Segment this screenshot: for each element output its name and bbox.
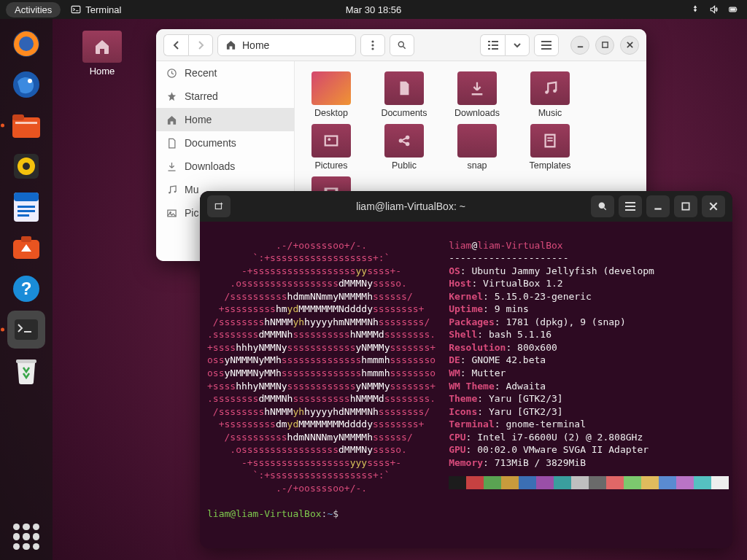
- folder-templates[interactable]: Templates: [521, 124, 579, 171]
- svg-point-7: [28, 79, 32, 83]
- svg-rect-58: [215, 204, 221, 209]
- activities-button[interactable]: Activities: [6, 2, 61, 18]
- battery-icon[interactable]: [728, 4, 738, 15]
- terminal-search-button[interactable]: [591, 195, 614, 217]
- svg-point-27: [371, 47, 374, 50]
- svg-rect-15: [14, 192, 39, 201]
- folder-public[interactable]: Public: [375, 124, 433, 171]
- topbar-clock[interactable]: Mar 30 18:56: [346, 4, 402, 15]
- topbar: Activities Terminal Mar 30 18:56: [0, 0, 747, 19]
- svg-point-41: [169, 192, 171, 194]
- svg-rect-9: [12, 114, 24, 120]
- folder-music[interactable]: Music: [521, 71, 579, 118]
- terminal-icon: [71, 4, 81, 15]
- dock-trash[interactable]: [7, 351, 45, 389]
- svg-rect-24: [16, 359, 36, 363]
- svg-rect-31: [488, 48, 490, 50]
- minimize-button[interactable]: [570, 36, 589, 55]
- svg-point-59: [599, 203, 604, 208]
- folder-pictures[interactable]: Pictures: [302, 124, 360, 171]
- svg-rect-16: [18, 206, 35, 208]
- search-button[interactable]: [390, 34, 414, 56]
- svg-rect-62: [625, 209, 635, 211]
- svg-rect-3: [736, 9, 737, 10]
- svg-text:?: ?: [21, 279, 32, 298]
- terminal-headerbar: liam@liam-VirtualBox: ~: [200, 191, 732, 222]
- svg-point-45: [545, 90, 549, 94]
- volume-icon[interactable]: [709, 4, 719, 15]
- dock-help[interactable]: ?: [7, 270, 45, 308]
- terminal-body[interactable]: .-/+oossssoo+/-. `:+ssssssssssssssssss+:…: [200, 222, 732, 548]
- sidebar-recent[interactable]: Recent: [156, 61, 294, 85]
- svg-rect-54: [547, 140, 552, 141]
- nav-forward-button[interactable]: [188, 34, 213, 56]
- svg-rect-20: [21, 236, 31, 242]
- svg-point-28: [398, 42, 403, 47]
- new-tab-button[interactable]: [207, 195, 231, 217]
- svg-point-42: [174, 190, 177, 192]
- svg-rect-64: [682, 203, 689, 209]
- svg-rect-36: [541, 44, 551, 46]
- terminal-prompt: liam@liam-VirtualBox:~$: [207, 508, 725, 521]
- svg-rect-60: [625, 202, 635, 203]
- neofetch-info: liam@liam-VirtualBox -------------------…: [449, 239, 729, 495]
- svg-rect-37: [541, 48, 551, 50]
- path-menu-button[interactable]: [360, 34, 385, 56]
- folder-downloads[interactable]: Downloads: [448, 71, 506, 118]
- svg-point-46: [553, 89, 557, 93]
- svg-rect-17: [18, 210, 35, 212]
- svg-rect-38: [577, 46, 582, 47]
- dock-files[interactable]: [7, 106, 45, 144]
- svg-point-48: [328, 138, 330, 141]
- dock-firefox[interactable]: [7, 25, 45, 63]
- svg-point-5: [19, 36, 34, 51]
- svg-rect-30: [488, 44, 490, 46]
- close-button[interactable]: [620, 36, 639, 55]
- sidebar-documents[interactable]: Documents: [156, 131, 294, 155]
- terminal-menu-button[interactable]: [619, 195, 642, 217]
- nav-back-button[interactable]: [163, 34, 188, 56]
- svg-rect-0: [71, 6, 80, 12]
- color-swatches: [449, 476, 729, 489]
- svg-point-25: [371, 40, 374, 42]
- view-grid-button[interactable]: [480, 34, 505, 56]
- topbar-app[interactable]: Terminal: [71, 4, 121, 15]
- terminal-window: liam@liam-VirtualBox: ~ .-/+oossssoo+/-.…: [200, 191, 732, 548]
- svg-point-26: [371, 44, 374, 46]
- network-icon[interactable]: [690, 4, 700, 15]
- svg-rect-47: [325, 136, 338, 146]
- folder-snap[interactable]: snap: [448, 124, 506, 171]
- svg-rect-29: [488, 41, 490, 42]
- hamburger-button[interactable]: [534, 34, 559, 56]
- pathbar[interactable]: Home: [217, 34, 356, 56]
- dock-writer[interactable]: [7, 188, 45, 226]
- sidebar-downloads[interactable]: Downloads: [156, 155, 294, 178]
- svg-rect-10: [15, 122, 37, 124]
- folder-documents[interactable]: Documents: [375, 71, 433, 118]
- svg-rect-35: [541, 41, 551, 42]
- svg-rect-23: [15, 319, 38, 340]
- desktop-home-folder[interactable]: Home: [73, 31, 131, 77]
- view-dropdown-button[interactable]: [505, 34, 530, 56]
- dock-thunderbird[interactable]: [7, 66, 45, 104]
- desktop-home-label: Home: [73, 66, 131, 77]
- terminal-minimize-button[interactable]: [646, 195, 670, 217]
- svg-rect-32: [492, 41, 498, 42]
- svg-rect-39: [602, 42, 607, 47]
- terminal-maximize-button[interactable]: [674, 195, 697, 217]
- maximize-button[interactable]: [595, 36, 614, 55]
- neofetch-ascii: .-/+oossssoo+/-. `:+ssssssssssssssssss+:…: [207, 239, 436, 495]
- svg-rect-61: [625, 206, 635, 207]
- terminal-title: liam@liam-VirtualBox: ~: [235, 201, 587, 212]
- sidebar-starred[interactable]: Starred: [156, 85, 294, 108]
- sidebar-home[interactable]: Home: [156, 108, 294, 131]
- files-headerbar: Home: [156, 29, 646, 61]
- dock: ?: [0, 19, 53, 560]
- dock-rhythmbox[interactable]: [7, 147, 45, 185]
- show-apps-button[interactable]: [13, 524, 39, 550]
- folder-desktop[interactable]: Desktop: [302, 71, 360, 118]
- dock-software[interactable]: [7, 229, 45, 267]
- dock-terminal[interactable]: [7, 311, 45, 349]
- terminal-close-button[interactable]: [702, 195, 725, 217]
- svg-rect-8: [12, 117, 40, 138]
